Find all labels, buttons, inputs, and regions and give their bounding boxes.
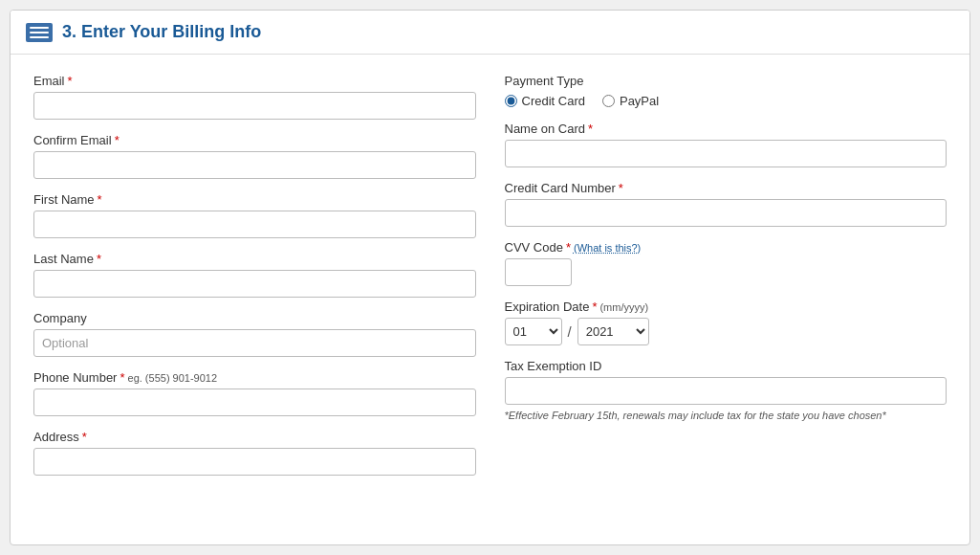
card-header: 3. Enter Your Billing Info	[11, 11, 969, 55]
email-input[interactable]	[33, 92, 476, 120]
paypal-option[interactable]: PayPal	[602, 94, 659, 108]
expiration-date-label: Expiration Date * (mm/yyyy)	[505, 300, 947, 314]
credit-card-option[interactable]: Credit Card	[505, 94, 585, 108]
expiration-format-hint: (mm/yyyy)	[599, 301, 648, 313]
confirm-email-group: Confirm Email *	[33, 133, 476, 179]
credit-card-radio[interactable]	[505, 95, 517, 107]
last-name-input[interactable]	[33, 270, 476, 298]
cvv-label: CVV Code * (What is this?)	[505, 240, 947, 255]
email-label: Email *	[33, 74, 476, 88]
expiration-required: *	[592, 300, 597, 314]
address-required: *	[82, 430, 87, 444]
phone-group: Phone Number * eg. (555) 901-9012	[33, 370, 476, 416]
credit-card-label: Credit Card	[522, 94, 585, 108]
payment-radio-options: Credit Card PayPal	[505, 94, 947, 108]
address-input[interactable]	[33, 448, 476, 476]
last-name-required: *	[97, 252, 101, 266]
card-body: Email * Confirm Email * First Name *	[11, 55, 969, 508]
first-name-required: *	[98, 192, 102, 207]
credit-card-number-label: Credit Card Number *	[505, 181, 947, 195]
phone-input[interactable]	[33, 388, 476, 416]
slash-separator: /	[568, 323, 572, 340]
tax-exemption-label: Tax Exemption ID	[505, 359, 947, 373]
cvv-input[interactable]	[505, 258, 572, 286]
page-title: 3. Enter Your Billing Info	[62, 22, 261, 42]
company-label: Company	[33, 311, 476, 325]
address-group: Address *	[33, 430, 476, 476]
expiration-month-select[interactable]: 01 02 03 04 05 06 07 08 09 10 11 12	[505, 318, 562, 345]
payment-type-group: Payment Type Credit Card PayPal	[505, 74, 947, 108]
billing-icon	[26, 23, 53, 42]
first-name-input[interactable]	[33, 211, 476, 238]
credit-card-number-input[interactable]	[505, 199, 947, 227]
first-name-label: First Name *	[33, 192, 476, 207]
paypal-radio[interactable]	[602, 95, 615, 107]
email-group: Email *	[33, 74, 476, 120]
phone-label: Phone Number * eg. (555) 901-9012	[33, 370, 476, 385]
name-on-card-label: Name on Card *	[505, 122, 947, 136]
credit-card-number-required: *	[619, 181, 623, 195]
expiration-row: 01 02 03 04 05 06 07 08 09 10 11 12 /	[505, 318, 947, 345]
last-name-group: Last Name *	[33, 252, 476, 298]
last-name-label: Last Name *	[33, 252, 476, 266]
tax-note: *Effective February 15th, renewals may i…	[505, 409, 947, 423]
paypal-label: PayPal	[620, 94, 659, 108]
confirm-email-required: *	[115, 133, 120, 147]
name-on-card-required: *	[588, 122, 593, 136]
confirm-email-input[interactable]	[33, 151, 476, 179]
phone-required: *	[120, 370, 124, 385]
name-on-card-group: Name on Card *	[505, 122, 947, 167]
cvv-required: *	[566, 240, 571, 255]
company-group: Company	[33, 311, 476, 357]
phone-hint: eg. (555) 901-9012	[128, 372, 218, 384]
cvv-group: CVV Code * (What is this?)	[505, 240, 947, 286]
right-column: Payment Type Credit Card PayPal Name on …	[505, 74, 947, 489]
billing-form-card: 3. Enter Your Billing Info Email * Confi…	[10, 10, 970, 545]
tax-exemption-input[interactable]	[505, 377, 947, 405]
payment-type-label: Payment Type	[505, 74, 947, 88]
tax-exemption-group: Tax Exemption ID *Effective February 15t…	[505, 359, 947, 423]
expiration-year-select[interactable]: 2021 2022 2023 2024 2025 2026 2027 2028 …	[577, 318, 649, 345]
email-required: *	[68, 74, 73, 88]
what-is-this-link[interactable]: (What is this?)	[574, 242, 641, 254]
company-input[interactable]	[33, 329, 476, 357]
confirm-email-label: Confirm Email *	[33, 133, 476, 147]
expiration-date-group: Expiration Date * (mm/yyyy) 01 02 03 04 …	[505, 300, 947, 345]
left-column: Email * Confirm Email * First Name *	[33, 74, 476, 489]
first-name-group: First Name *	[33, 192, 476, 238]
credit-card-number-group: Credit Card Number *	[505, 181, 947, 227]
name-on-card-input[interactable]	[505, 140, 947, 167]
address-label: Address *	[33, 430, 476, 444]
